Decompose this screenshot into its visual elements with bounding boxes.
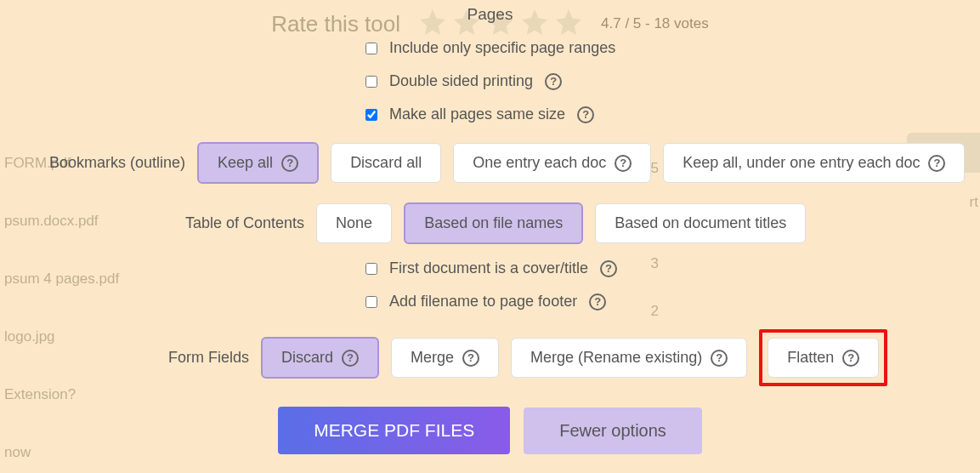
- help-icon[interactable]: ?: [615, 155, 632, 172]
- cover-checkbox[interactable]: [365, 263, 377, 275]
- same-size-checkbox[interactable]: [365, 109, 377, 121]
- toc-none[interactable]: None: [316, 203, 392, 243]
- highlight-box: Flatten ?: [759, 329, 887, 386]
- form-merge[interactable]: Merge ?: [391, 338, 499, 378]
- include-ranges-label: Include only specific page ranges: [389, 39, 615, 57]
- chip-label: Keep all, under one entry each doc: [683, 154, 920, 172]
- help-icon[interactable]: ?: [928, 155, 945, 172]
- chip-label: Discard: [281, 349, 333, 367]
- help-icon[interactable]: ?: [462, 350, 479, 367]
- pages-title: Pages: [0, 5, 980, 24]
- form-merge-rename[interactable]: Merge (Rename existing) ?: [511, 338, 747, 378]
- double-sided-checkbox[interactable]: [365, 76, 377, 88]
- help-icon[interactable]: ?: [711, 350, 728, 367]
- bookmarks-one-entry[interactable]: One entry each doc ?: [453, 143, 651, 183]
- toc-titles[interactable]: Based on document titles: [595, 203, 806, 243]
- bookmarks-discard-all[interactable]: Discard all: [331, 143, 441, 183]
- bookmarks-keep-under[interactable]: Keep all, under one entry each doc ?: [663, 143, 965, 183]
- chip-label: One entry each doc: [473, 154, 606, 172]
- form-flatten[interactable]: Flatten ?: [768, 338, 879, 378]
- double-sided-label: Double sided printing: [389, 72, 533, 90]
- bookmarks-keep-all[interactable]: Keep all ?: [197, 142, 319, 184]
- form-fields-label: Form Fields: [168, 349, 249, 367]
- bookmarks-label: Bookmarks (outline): [49, 154, 185, 172]
- help-icon[interactable]: ?: [342, 350, 359, 367]
- include-ranges-checkbox[interactable]: [365, 43, 377, 54]
- footer-label: Add filename to page footer: [389, 293, 577, 311]
- footer-checkbox[interactable]: [365, 296, 377, 308]
- cover-label: First document is a cover/title: [389, 259, 588, 277]
- chip-label: Merge: [411, 349, 454, 367]
- same-size-label: Make all pages same size: [389, 105, 565, 123]
- chip-label: Merge (Rename existing): [530, 349, 702, 367]
- chip-label: Keep all: [218, 154, 273, 172]
- fewer-options-button[interactable]: Fewer options: [524, 407, 702, 454]
- help-icon[interactable]: ?: [545, 73, 562, 90]
- merge-pdf-button[interactable]: MERGE PDF FILES: [278, 407, 510, 454]
- form-discard[interactable]: Discard ?: [261, 337, 379, 379]
- chip-label: Flatten: [787, 349, 834, 367]
- toc-label: Table of Contents: [185, 214, 304, 232]
- help-icon[interactable]: ?: [577, 106, 594, 123]
- help-icon[interactable]: ?: [600, 260, 617, 277]
- help-icon[interactable]: ?: [842, 350, 859, 367]
- toc-filenames[interactable]: Based on file names: [404, 202, 583, 244]
- help-icon[interactable]: ?: [589, 293, 606, 311]
- help-icon[interactable]: ?: [281, 155, 298, 172]
